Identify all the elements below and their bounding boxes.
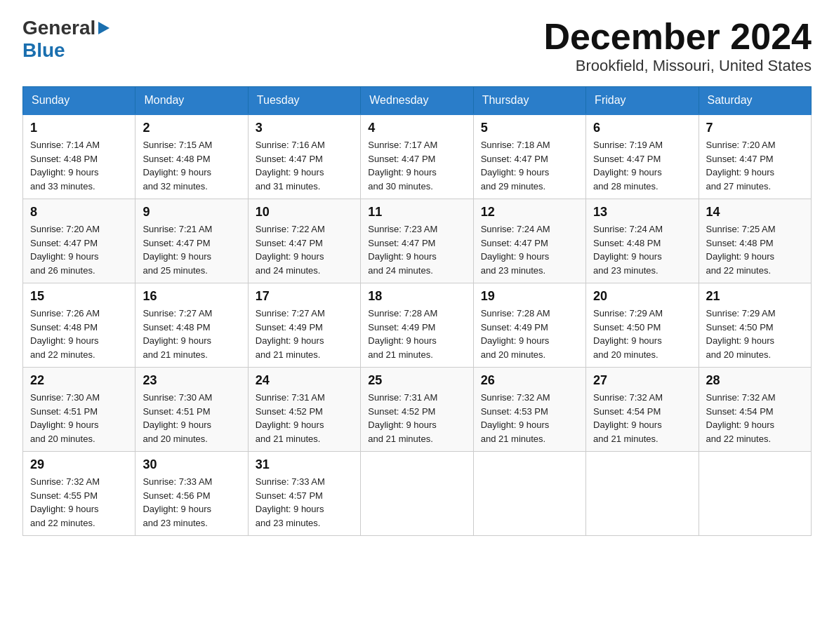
table-row: 28 Sunrise: 7:32 AMSunset: 4:54 PMDaylig… [699, 368, 811, 452]
table-row: 26 Sunrise: 7:32 AMSunset: 4:53 PMDaylig… [473, 368, 585, 452]
calendar-header-row: Sunday Monday Tuesday Wednesday Thursday… [23, 87, 812, 115]
day-number: 23 [143, 373, 240, 388]
day-number: 7 [706, 121, 804, 135]
day-number: 19 [481, 289, 578, 304]
day-info: Sunrise: 7:29 AMSunset: 4:50 PMDaylight:… [593, 308, 663, 360]
table-row [699, 452, 811, 536]
day-number: 28 [706, 373, 804, 388]
day-number: 26 [481, 373, 578, 388]
table-row: 3 Sunrise: 7:16 AMSunset: 4:47 PMDayligh… [248, 114, 360, 199]
day-number: 29 [30, 457, 128, 472]
day-number: 20 [593, 289, 691, 304]
col-sunday: Sunday [23, 87, 135, 115]
day-info: Sunrise: 7:24 AMSunset: 4:47 PMDaylight:… [481, 224, 550, 276]
day-number: 10 [256, 205, 353, 220]
day-info: Sunrise: 7:31 AMSunset: 4:52 PMDaylight:… [256, 392, 325, 444]
day-info: Sunrise: 7:23 AMSunset: 4:47 PMDaylight:… [368, 224, 437, 276]
day-info: Sunrise: 7:17 AMSunset: 4:47 PMDaylight:… [368, 140, 437, 192]
col-thursday: Thursday [473, 87, 585, 115]
day-number: 8 [30, 205, 128, 220]
table-row: 2 Sunrise: 7:15 AMSunset: 4:48 PMDayligh… [135, 114, 248, 199]
table-row: 16 Sunrise: 7:27 AMSunset: 4:48 PMDaylig… [135, 283, 248, 368]
day-number: 17 [256, 289, 353, 304]
day-number: 4 [368, 121, 465, 135]
day-number: 22 [30, 373, 128, 388]
table-row: 27 Sunrise: 7:32 AMSunset: 4:54 PMDaylig… [586, 368, 699, 452]
day-info: Sunrise: 7:28 AMSunset: 4:49 PMDaylight:… [368, 308, 437, 360]
table-row: 5 Sunrise: 7:18 AMSunset: 4:47 PMDayligh… [473, 114, 585, 199]
col-friday: Friday [586, 87, 699, 115]
logo-blue-text: Blue [22, 39, 110, 62]
table-row: 30 Sunrise: 7:33 AMSunset: 4:56 PMDaylig… [135, 452, 248, 536]
day-info: Sunrise: 7:19 AMSunset: 4:47 PMDaylight:… [593, 140, 663, 192]
col-wednesday: Wednesday [361, 87, 473, 115]
table-row: 6 Sunrise: 7:19 AMSunset: 4:47 PMDayligh… [586, 114, 699, 199]
day-number: 18 [368, 289, 465, 304]
table-row [586, 452, 699, 536]
day-info: Sunrise: 7:30 AMSunset: 4:51 PMDaylight:… [143, 392, 212, 444]
day-number: 6 [593, 121, 691, 135]
table-row: 19 Sunrise: 7:28 AMSunset: 4:49 PMDaylig… [473, 283, 585, 368]
table-row: 14 Sunrise: 7:25 AMSunset: 4:48 PMDaylig… [699, 199, 811, 283]
table-row: 20 Sunrise: 7:29 AMSunset: 4:50 PMDaylig… [586, 283, 699, 368]
table-row [473, 452, 585, 536]
day-number: 9 [143, 205, 240, 220]
table-row: 12 Sunrise: 7:24 AMSunset: 4:47 PMDaylig… [473, 199, 585, 283]
table-row: 31 Sunrise: 7:33 AMSunset: 4:57 PMDaylig… [248, 452, 360, 536]
day-number: 27 [593, 373, 691, 388]
table-row: 24 Sunrise: 7:31 AMSunset: 4:52 PMDaylig… [248, 368, 360, 452]
day-number: 30 [143, 457, 240, 472]
table-row: 25 Sunrise: 7:31 AMSunset: 4:52 PMDaylig… [361, 368, 473, 452]
day-info: Sunrise: 7:27 AMSunset: 4:48 PMDaylight:… [143, 308, 212, 360]
day-number: 21 [706, 289, 804, 304]
day-number: 5 [481, 121, 578, 135]
table-row: 9 Sunrise: 7:21 AMSunset: 4:47 PMDayligh… [135, 199, 248, 283]
day-number: 31 [256, 457, 353, 472]
day-info: Sunrise: 7:29 AMSunset: 4:50 PMDaylight:… [706, 308, 776, 360]
page-header: General Blue December 2024 Brookfield, M… [22, 17, 812, 75]
calendar-title: December 2024 [543, 17, 812, 57]
day-info: Sunrise: 7:21 AMSunset: 4:47 PMDaylight:… [143, 224, 212, 276]
day-number: 13 [593, 205, 691, 220]
day-number: 14 [706, 205, 804, 220]
day-number: 1 [30, 121, 128, 135]
table-row: 7 Sunrise: 7:20 AMSunset: 4:47 PMDayligh… [699, 114, 811, 199]
day-info: Sunrise: 7:24 AMSunset: 4:48 PMDaylight:… [593, 224, 663, 276]
table-row: 8 Sunrise: 7:20 AMSunset: 4:47 PMDayligh… [23, 199, 135, 283]
table-row: 17 Sunrise: 7:27 AMSunset: 4:49 PMDaylig… [248, 283, 360, 368]
table-row: 18 Sunrise: 7:28 AMSunset: 4:49 PMDaylig… [361, 283, 473, 368]
day-info: Sunrise: 7:20 AMSunset: 4:47 PMDaylight:… [30, 224, 100, 276]
logo-general-text: General [22, 17, 95, 39]
day-info: Sunrise: 7:15 AMSunset: 4:48 PMDaylight:… [143, 140, 212, 192]
day-info: Sunrise: 7:31 AMSunset: 4:52 PMDaylight:… [368, 392, 437, 444]
calendar-week-row: 1 Sunrise: 7:14 AMSunset: 4:48 PMDayligh… [23, 114, 812, 199]
table-row [361, 452, 473, 536]
calendar-week-row: 29 Sunrise: 7:32 AMSunset: 4:55 PMDaylig… [23, 452, 812, 536]
logo-icon: General Blue [22, 17, 110, 62]
day-number: 24 [256, 373, 353, 388]
calendar-table: Sunday Monday Tuesday Wednesday Thursday… [22, 86, 812, 536]
day-number: 3 [256, 121, 353, 135]
table-row: 23 Sunrise: 7:30 AMSunset: 4:51 PMDaylig… [135, 368, 248, 452]
table-row: 1 Sunrise: 7:14 AMSunset: 4:48 PMDayligh… [23, 114, 135, 199]
day-number: 2 [143, 121, 240, 135]
calendar-week-row: 22 Sunrise: 7:30 AMSunset: 4:51 PMDaylig… [23, 368, 812, 452]
day-number: 25 [368, 373, 465, 388]
day-info: Sunrise: 7:18 AMSunset: 4:47 PMDaylight:… [481, 140, 550, 192]
col-tuesday: Tuesday [248, 87, 360, 115]
calendar-week-row: 8 Sunrise: 7:20 AMSunset: 4:47 PMDayligh… [23, 199, 812, 283]
table-row: 10 Sunrise: 7:22 AMSunset: 4:47 PMDaylig… [248, 199, 360, 283]
day-info: Sunrise: 7:26 AMSunset: 4:48 PMDaylight:… [30, 308, 100, 360]
calendar-subtitle: Brookfield, Missouri, United States [543, 57, 812, 75]
day-info: Sunrise: 7:32 AMSunset: 4:53 PMDaylight:… [481, 392, 550, 444]
day-info: Sunrise: 7:22 AMSunset: 4:47 PMDaylight:… [256, 224, 325, 276]
day-info: Sunrise: 7:32 AMSunset: 4:54 PMDaylight:… [593, 392, 663, 444]
table-row: 29 Sunrise: 7:32 AMSunset: 4:55 PMDaylig… [23, 452, 135, 536]
day-info: Sunrise: 7:20 AMSunset: 4:47 PMDaylight:… [706, 140, 776, 192]
day-number: 11 [368, 205, 465, 220]
day-info: Sunrise: 7:25 AMSunset: 4:48 PMDaylight:… [706, 224, 776, 276]
day-info: Sunrise: 7:33 AMSunset: 4:56 PMDaylight:… [143, 476, 212, 528]
day-info: Sunrise: 7:14 AMSunset: 4:48 PMDaylight:… [30, 140, 100, 192]
day-info: Sunrise: 7:32 AMSunset: 4:55 PMDaylight:… [30, 476, 100, 528]
col-saturday: Saturday [699, 87, 811, 115]
